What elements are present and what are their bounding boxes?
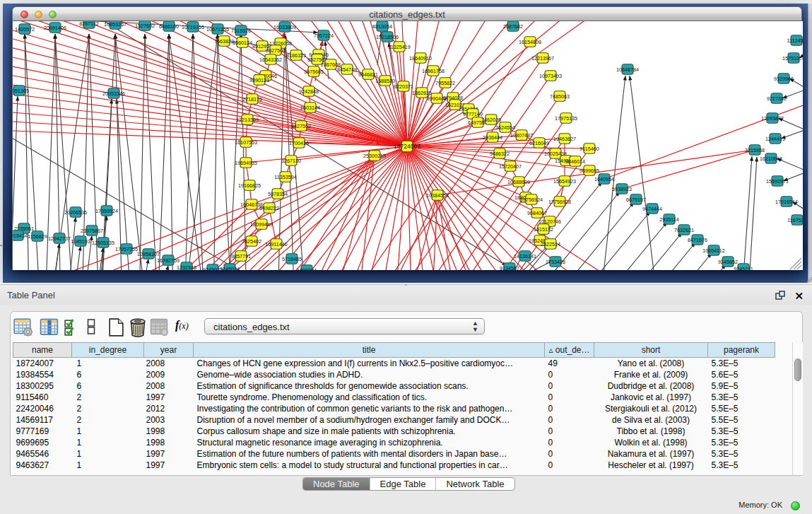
svg-text:20206536: 20206536: [64, 209, 87, 216]
svg-text:23975867: 23975867: [81, 228, 103, 234]
svg-text:12213967: 12213967: [531, 55, 554, 62]
svg-text:17957255: 17957255: [115, 246, 138, 252]
svg-text:11325419: 11325419: [388, 44, 410, 50]
svg-text:19166825: 19166825: [238, 182, 261, 189]
svg-text:10719155: 10719155: [182, 24, 204, 30]
svg-text:10958107: 10958107: [137, 251, 160, 257]
svg-text:10654112: 10654112: [702, 247, 724, 254]
svg-text:5878354: 5878354: [268, 191, 288, 197]
svg-text:11353594: 11353594: [274, 174, 296, 180]
svg-text:8427552: 8427552: [291, 123, 311, 129]
svg-text:7957224: 7957224: [314, 33, 334, 39]
svg-text:9245652: 9245652: [718, 259, 738, 265]
svg-text:7955822: 7955822: [435, 80, 455, 86]
svg-text:9486322: 9486322: [490, 151, 510, 157]
svg-text:10853267: 10853267: [104, 21, 126, 28]
svg-text:7663822: 7663822: [214, 38, 234, 45]
svg-text:8267112: 8267112: [79, 21, 98, 27]
svg-text:19756924: 19756924: [520, 197, 543, 203]
svg-text:8220371: 8220371: [394, 83, 413, 90]
svg-text:12505135: 12505135: [92, 240, 114, 246]
svg-text:12213369: 12213369: [236, 117, 259, 123]
svg-text:2522514: 2522514: [541, 241, 560, 247]
svg-text:9827500: 9827500: [266, 47, 286, 54]
svg-text:12942737: 12942737: [48, 235, 71, 242]
svg-text:10688609: 10688609: [507, 179, 530, 185]
svg-text:17359924: 17359924: [95, 208, 118, 214]
svg-text:1232346: 1232346: [177, 264, 196, 270]
svg-text:1527602: 1527602: [135, 23, 155, 29]
svg-text:9777149: 9777149: [463, 111, 483, 117]
svg-text:9227342: 9227342: [767, 95, 787, 102]
svg-text:9134567: 9134567: [500, 265, 519, 270]
svg-text:18099489: 18099489: [250, 221, 273, 228]
svg-text:1244415: 1244415: [765, 136, 785, 142]
svg-text:9084067: 9084067: [527, 210, 547, 216]
svg-text:3215958: 3215958: [745, 147, 765, 153]
svg-text:9245034: 9245034: [220, 266, 240, 270]
svg-text:16033809: 16033809: [273, 24, 296, 30]
svg-text:7625402: 7625402: [242, 238, 261, 245]
svg-text:9245211: 9245211: [734, 266, 753, 270]
svg-text:6679197: 6679197: [626, 197, 646, 203]
svg-text:19218506: 19218506: [376, 34, 399, 40]
svg-text:5498222: 5498222: [259, 205, 279, 211]
svg-text:17756928: 17756928: [548, 199, 571, 205]
svg-text:1405572: 1405572: [15, 26, 35, 33]
svg-text:16107553: 16107553: [235, 139, 257, 146]
svg-text:9242848: 9242848: [299, 88, 319, 95]
svg-text:1029384: 1029384: [297, 267, 317, 270]
svg-text:18640910: 18640910: [409, 55, 432, 62]
svg-text:19654935: 19654935: [235, 160, 257, 166]
svg-text:15692971: 15692971: [766, 178, 789, 185]
svg-text:16782759: 16782759: [157, 257, 180, 264]
svg-text:1700416: 1700416: [289, 140, 309, 146]
svg-text:3624554: 3624554: [495, 124, 515, 131]
svg-text:15720407: 15720407: [499, 163, 522, 170]
svg-text:3675685: 3675685: [304, 69, 324, 75]
svg-text:17975135: 17975135: [555, 115, 577, 122]
svg-text:16961758: 16961758: [422, 68, 445, 74]
svg-text:9846014: 9846014: [565, 158, 585, 165]
svg-text:8471676: 8471676: [688, 237, 707, 243]
svg-text:20691406: 20691406: [44, 25, 66, 31]
svg-text:16210643: 16210643: [760, 156, 782, 162]
svg-text:1733426: 1733426: [546, 259, 565, 265]
svg-text:10671355: 10671355: [206, 26, 229, 33]
svg-text:10807487: 10807487: [510, 132, 533, 139]
svg-text:7485063: 7485063: [550, 93, 570, 100]
svg-text:14136141: 14136141: [514, 253, 536, 259]
svg-text:2935114: 2935114: [659, 216, 678, 223]
svg-text:25300215: 25300215: [363, 153, 386, 159]
svg-text:1588520: 1588520: [375, 78, 395, 84]
svg-text:19384554: 19384554: [426, 192, 449, 199]
svg-text:16154808: 16154808: [519, 39, 541, 45]
svg-text:12093872: 12093872: [761, 115, 784, 122]
svg-text:2051305: 2051305: [13, 88, 29, 94]
svg-text:7462026: 7462026: [481, 117, 501, 123]
svg-text:3915434: 3915434: [13, 233, 28, 239]
svg-text:1112456: 1112456: [787, 37, 803, 44]
svg-text:18724007: 18724007: [394, 143, 420, 150]
svg-text:2603144: 2603144: [300, 105, 320, 111]
svg-text:9857791: 9857791: [231, 253, 251, 259]
svg-text:10973493: 10973493: [539, 73, 562, 79]
svg-text:1145193: 1145193: [71, 238, 90, 245]
svg-text:7632621: 7632621: [674, 227, 694, 233]
svg-text:2718176: 2718176: [242, 96, 262, 103]
svg-text:16911446: 16911446: [265, 241, 287, 247]
svg-text:6216049: 6216049: [529, 140, 549, 146]
svg-text:19463627: 19463627: [553, 136, 576, 142]
svg-text:2087682: 2087682: [503, 23, 523, 30]
svg-text:5938923: 5938923: [612, 186, 632, 192]
svg-text:5716485: 5716485: [282, 256, 302, 262]
svg-text:9115460: 9115460: [579, 146, 599, 152]
svg-text:9329966: 9329966: [774, 76, 794, 82]
svg-text:1640954: 1640954: [594, 176, 614, 182]
svg-text:17016514: 17016514: [775, 199, 798, 205]
svg-text:2936444: 2936444: [483, 134, 502, 141]
svg-text:8660124: 8660124: [233, 40, 252, 46]
svg-text:9474444: 9474444: [642, 206, 662, 212]
svg-text:8186323: 8186323: [286, 52, 306, 59]
svg-text:8454749: 8454749: [337, 66, 357, 73]
